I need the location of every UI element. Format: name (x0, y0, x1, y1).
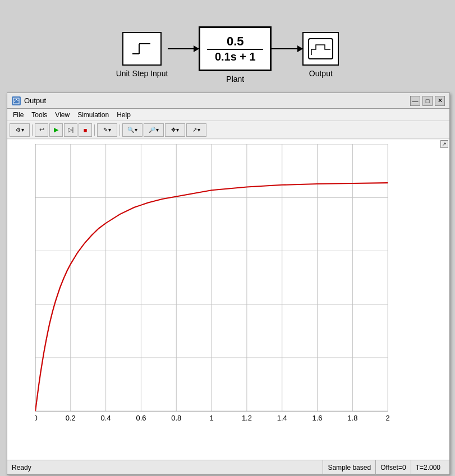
svg-text:2: 2 (386, 414, 390, 422)
play-icon: ▶ (54, 126, 58, 133)
tools-icon: ✎ (103, 127, 108, 133)
title-buttons: — □ ✕ (410, 96, 445, 106)
plant-denominator: 0.1s + 1 (215, 51, 256, 62)
expand-arrow: ↗ (442, 141, 447, 147)
close-button[interactable]: ✕ (435, 96, 445, 106)
arrow-line-2 (272, 48, 302, 49)
title-bar-left: Output (12, 96, 46, 105)
status-bar: Ready Sample based Offset=0 T=2.000 (7, 460, 449, 474)
svg-text:1: 1 (209, 414, 213, 422)
cursor-icon: ↗ (192, 127, 197, 133)
sep-1 (32, 124, 33, 136)
undo-button[interactable]: ↩ (35, 123, 48, 137)
stop-button[interactable]: ■ (79, 123, 92, 137)
menu-file[interactable]: File (10, 110, 27, 120)
output-block-label: Output (309, 69, 333, 78)
arrow-1 (168, 48, 199, 49)
scope-wave (309, 39, 332, 58)
play-button[interactable]: ▶ (49, 123, 63, 137)
plant-block-wrapper: 0.5 0.1s + 1 Plant (199, 26, 272, 84)
block-diagram: Unit Step Input 0.5 0.1s + 1 Plant Outpu… (0, 0, 455, 104)
sep-2 (94, 124, 95, 136)
plant-divider (207, 49, 263, 50)
dropdown-arrow: ▾ (21, 127, 24, 133)
pan-icon: ✥ (171, 127, 176, 133)
svg-text:0.8: 0.8 (171, 414, 181, 422)
pan-button[interactable]: ✥ ▾ (165, 123, 185, 137)
step-symbol (130, 38, 154, 59)
maximize-button[interactable]: □ (422, 96, 433, 106)
minimize-button[interactable]: — (410, 96, 420, 106)
simulink-window: Output — □ ✕ File Tools View Simulation … (7, 93, 450, 475)
status-ready: Ready (12, 464, 323, 472)
step-block[interactable] (122, 32, 162, 66)
menu-tools[interactable]: Tools (28, 110, 50, 120)
plot-area: 0 0.1 0.2 0.3 0.4 0.5 0 0.2 0.4 0.6 0.8 … (7, 140, 449, 460)
undo-icon: ↩ (39, 126, 44, 133)
menu-simulation[interactable]: Simulation (74, 110, 112, 120)
output-block[interactable] (302, 32, 339, 66)
svg-text:1.6: 1.6 (312, 414, 323, 422)
zoom-out-button[interactable]: 🔎 ▾ (144, 123, 164, 137)
svg-text:0: 0 (35, 414, 38, 422)
step-block-wrapper: Unit Step Input (116, 32, 168, 78)
zoom-in-icon: 🔍 (127, 127, 134, 133)
svg-text:1.4: 1.4 (277, 414, 287, 422)
menu-bar: File Tools View Simulation Help (7, 109, 449, 121)
menu-view[interactable]: View (52, 110, 73, 120)
plant-numerator: 0.5 (227, 35, 244, 48)
expand-icon[interactable]: ↗ (440, 140, 448, 148)
plant-block-label: Plant (226, 75, 244, 84)
window-title: Output (24, 96, 46, 105)
pan-arrow: ▾ (176, 127, 179, 133)
cursor-button[interactable]: ↗ ▾ (186, 123, 206, 137)
menu-help[interactable]: Help (113, 110, 134, 120)
offset-value: Offset=0 (375, 460, 410, 475)
sample-based: Sample based (323, 460, 375, 475)
title-bar: Output — □ ✕ (7, 93, 449, 109)
output-block-wrapper: Output (302, 32, 339, 78)
step-block-label: Unit Step Input (116, 69, 168, 78)
tools-button[interactable]: ✎ ▾ (97, 123, 117, 137)
zoom-in-arrow: ▾ (135, 127, 137, 133)
cursor-arrow: ▾ (197, 127, 200, 133)
plant-block[interactable]: 0.5 0.1s + 1 (199, 26, 272, 71)
svg-text:0.4: 0.4 (101, 414, 111, 422)
gear-icon: ⚙ (16, 127, 21, 133)
toolbar: ⚙ ▾ ↩ ▶ ▷| ■ ✎ ▾ 🔍 ▾ 🔎 ▾ ✥ (7, 121, 449, 139)
stop-icon: ■ (84, 127, 88, 133)
zoom-out-icon: 🔎 (149, 127, 155, 133)
zoom-out-arrow: ▾ (156, 127, 159, 133)
step-button[interactable]: ▷| (64, 123, 77, 137)
zoom-in-button[interactable]: 🔍 ▾ (122, 123, 143, 137)
step-icon: ▷| (68, 126, 74, 133)
svg-text:0.6: 0.6 (136, 414, 146, 422)
output-inner (308, 38, 333, 59)
time-value: T=2.000 (411, 460, 445, 475)
window-icon (12, 96, 21, 105)
arrow-line-1 (168, 48, 199, 49)
status-right: Sample based Offset=0 T=2.000 (323, 460, 445, 475)
arrow-2 (272, 48, 302, 49)
svg-text:1.8: 1.8 (347, 414, 357, 422)
sep-3 (120, 124, 120, 136)
svg-text:1.2: 1.2 (242, 414, 252, 422)
settings-button[interactable]: ⚙ ▾ (10, 123, 30, 137)
scope-icon (13, 98, 20, 104)
tools-arrow: ▾ (108, 127, 111, 133)
svg-text:0.2: 0.2 (66, 414, 76, 422)
plot-svg: 0 0.1 0.2 0.3 0.4 0.5 0 0.2 0.4 0.6 0.8 … (35, 144, 421, 437)
